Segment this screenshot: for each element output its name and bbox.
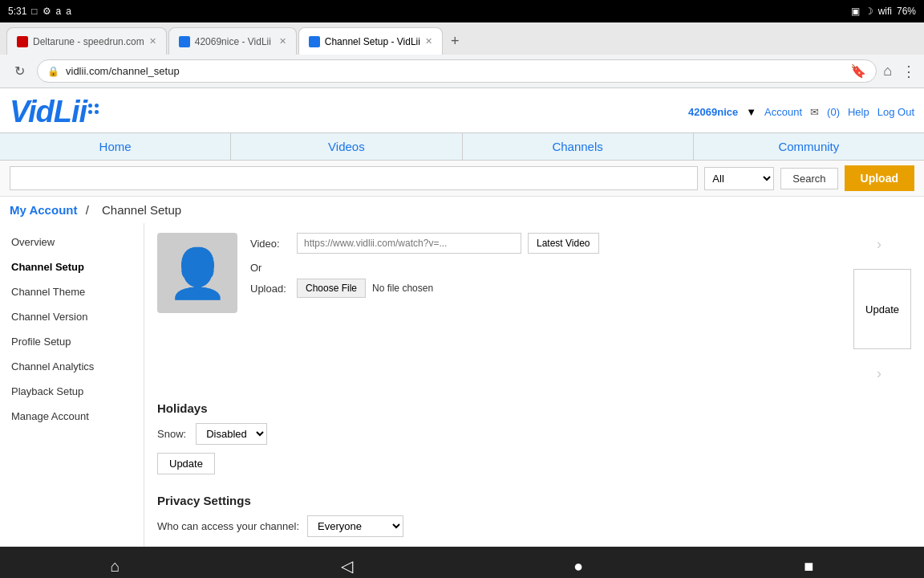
wifi-icon: wifi <box>878 6 892 17</box>
update-button-right[interactable]: Update <box>853 269 911 349</box>
status-left: 5:31 □ ⚙ a a <box>8 6 71 17</box>
holidays-title: Holidays <box>157 401 911 415</box>
logo-dots <box>88 104 99 114</box>
page-title: Channel Setup <box>102 203 181 217</box>
upload-label: Upload: <box>250 283 290 295</box>
tab-close-3[interactable]: ✕ <box>425 36 432 47</box>
android-square-button[interactable]: ■ <box>804 557 813 576</box>
sidebar-item-overview[interactable]: Overview <box>0 230 144 254</box>
page-content: VidLii 42069nice ▼ Account ✉ (0) Help Lo… <box>0 88 924 547</box>
amazon2-icon: a <box>66 6 71 17</box>
setup-form: Video: Latest Video Or Upload: Choose Fi… <box>250 233 834 306</box>
logout-link[interactable]: Log Out <box>877 106 914 118</box>
tab-channel-setup[interactable]: Channel Setup - VidLii ✕ <box>298 27 443 55</box>
tab-42069nice[interactable]: 42069nice - VidLii ✕ <box>168 27 297 55</box>
account-link[interactable]: Account <box>764 106 802 118</box>
breadcrumb: My Account / Channel Setup <box>0 197 924 223</box>
arrow-right-1: › <box>877 236 881 253</box>
android-circle-button[interactable]: ● <box>573 557 583 576</box>
sidebar-item-channel-analytics[interactable]: Channel Analytics <box>0 354 144 379</box>
sidebar-item-manage-account[interactable]: Manage Account <box>0 404 144 429</box>
android-back-button[interactable]: ◁ <box>341 556 353 576</box>
search-bar: All Videos Channels Users Search Upload <box>0 161 924 197</box>
messages-count[interactable]: (0) <box>827 106 840 118</box>
bookmark-icon[interactable]: 🔖 <box>850 63 866 79</box>
home-browser-icon[interactable]: ⌂ <box>883 63 892 79</box>
main-layout: Overview Channel Setup Channel Theme Cha… <box>0 223 924 547</box>
cast-icon: ▣ <box>851 6 860 17</box>
url-display: vidlii.com/channel_setup <box>66 65 844 77</box>
arrow-right-2: › <box>877 365 881 382</box>
nav-community[interactable]: Community <box>694 133 924 160</box>
avatar-icon: 👤 <box>168 245 228 302</box>
holidays-section: Holidays Snow: Disabled Enabled Update <box>157 401 911 487</box>
amazon-icon: a <box>56 6 62 17</box>
nav-channels[interactable]: Channels <box>463 133 694 160</box>
tab-favicon-3 <box>309 36 320 47</box>
logo-dot-3 <box>88 110 92 114</box>
moon-icon: ☽ <box>865 6 873 17</box>
site-header: VidLii 42069nice ▼ Account ✉ (0) Help Lo… <box>0 88 924 129</box>
lock-icon: 🔒 <box>47 66 59 77</box>
sidebar-item-profile-setup[interactable]: Profile Setup <box>0 329 144 354</box>
battery-display: 76% <box>897 6 916 17</box>
no-file-text: No file chosen <box>372 283 433 294</box>
tab-favicon-1 <box>17 36 28 47</box>
android-nav-bar: ⌂ ◁ ● ■ <box>0 547 924 578</box>
my-account-link[interactable]: My Account <box>10 203 77 217</box>
nav-videos[interactable]: Videos <box>231 133 462 160</box>
content-area: 👤 Video: Latest Video Or Upload: Choose … <box>144 223 924 547</box>
search-filter-select[interactable]: All Videos Channels Users <box>704 167 774 190</box>
privacy-section: Privacy Settings Who can access your cha… <box>157 494 911 537</box>
sidebar-item-playback-setup[interactable]: Playback Setup <box>0 379 144 404</box>
help-link[interactable]: Help <box>848 106 869 118</box>
video-label: Video: <box>250 238 290 250</box>
settings-icon: ⚙ <box>43 6 51 17</box>
notification-icon: □ <box>31 6 37 17</box>
sidebar-item-channel-version[interactable]: Channel Version <box>0 304 144 329</box>
search-input[interactable] <box>10 166 698 190</box>
sidebar-item-channel-setup[interactable]: Channel Setup <box>0 254 144 279</box>
time-display: 5:31 <box>8 6 26 17</box>
android-home-button[interactable]: ⌂ <box>111 557 120 576</box>
search-button[interactable]: Search <box>780 168 837 189</box>
tab-close-1[interactable]: ✕ <box>149 36 156 47</box>
snow-row: Snow: Disabled Enabled <box>157 423 911 445</box>
upload-row: Upload: Choose File No file chosen <box>250 279 834 298</box>
tab-label-2: 42069nice - VidLii <box>195 36 271 47</box>
menu-icon[interactable]: ⋮ <box>902 63 916 80</box>
address-bar-row: ↻ 🔒 vidlii.com/channel_setup 🔖 ⌂ ⋮ <box>0 55 924 88</box>
choose-file-button[interactable]: Choose File <box>297 279 366 298</box>
new-tab-button[interactable]: + <box>444 33 466 50</box>
holidays-update-button[interactable]: Update <box>157 453 215 474</box>
nav-home[interactable]: Home <box>0 133 231 160</box>
browser-chrome: Deltarune - speedrun.com ✕ 42069nice - V… <box>0 22 924 88</box>
tab-label-3: Channel Setup - VidLii <box>325 36 420 47</box>
upload-button[interactable]: Upload <box>845 165 914 191</box>
logo-text: VidLii <box>10 95 87 129</box>
latest-video-button[interactable]: Latest Video <box>528 233 599 254</box>
address-bar[interactable]: 🔒 vidlii.com/channel_setup 🔖 <box>37 59 877 83</box>
tab-deltarune[interactable]: Deltarune - speedrun.com ✕ <box>6 27 167 55</box>
who-can-label: Who can access your channel: <box>157 520 299 532</box>
logo-dot-1 <box>88 104 92 108</box>
snow-select[interactable]: Disabled Enabled <box>196 423 267 445</box>
browser-nav-icons: ⌂ ⋮ <box>883 63 916 80</box>
tab-label-1: Deltarune - speedrun.com <box>33 36 144 47</box>
status-bar: 5:31 □ ⚙ a a ▣ ☽ wifi 76% <box>0 0 924 22</box>
right-panel: › Update › <box>847 233 911 385</box>
dropdown-arrow[interactable]: ▼ <box>746 106 756 118</box>
reload-button[interactable]: ↻ <box>8 63 30 79</box>
video-row: Video: Latest Video <box>250 233 834 254</box>
tab-close-2[interactable]: ✕ <box>279 36 286 47</box>
status-right: ▣ ☽ wifi 76% <box>851 6 916 17</box>
who-can-row: Who can access your channel: Everyone Fr… <box>157 515 911 537</box>
username-link[interactable]: 42069nice <box>688 106 738 118</box>
access-select[interactable]: Everyone Friends Private <box>307 515 403 537</box>
video-url-input[interactable] <box>297 233 521 254</box>
messages-icon[interactable]: ✉ <box>810 106 819 118</box>
or-text: Or <box>250 262 834 274</box>
header-right: 42069nice ▼ Account ✉ (0) Help Log Out <box>688 106 914 118</box>
channel-setup-section: 👤 Video: Latest Video Or Upload: Choose … <box>157 233 911 385</box>
sidebar-item-channel-theme[interactable]: Channel Theme <box>0 279 144 304</box>
